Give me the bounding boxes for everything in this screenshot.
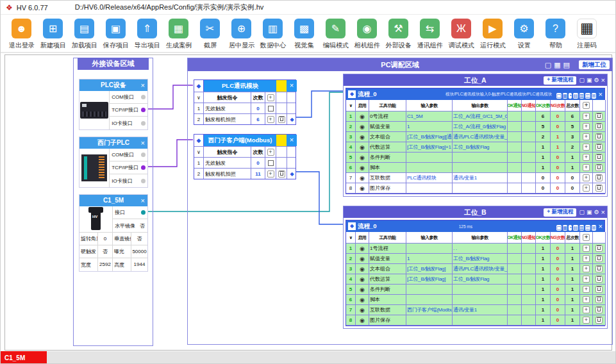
close-icon[interactable]: × — [141, 79, 145, 91]
close-station-icon[interactable]: × — [601, 76, 605, 84]
delete-row-button[interactable] — [595, 133, 603, 140]
tool-name-cell[interactable]: 代数运算 — [369, 274, 406, 285]
enable-eye-icon[interactable]: ◉ — [360, 297, 365, 303]
output-param-cell[interactable]: 工位_B/触发Flag — [453, 254, 508, 264]
toolbar-item-save-project[interactable]: ▣保存项目 — [100, 19, 131, 50]
input-param-cell[interactable] — [406, 285, 453, 295]
tool-name-cell[interactable]: 赋值变量 — [369, 122, 406, 132]
command-cell[interactable]: 触发相机拍照 — [204, 114, 251, 124]
input-param-cell[interactable]: [工位_B/触发Flag][通讯/变量1] — [406, 132, 453, 142]
toolbar-item-run-mode[interactable]: ▶运行模式 — [477, 19, 508, 50]
link-diamond[interactable]: ◆ — [194, 135, 204, 146]
grid-flow-icon[interactable]: ▦ — [563, 93, 568, 99]
output-param-cell[interactable] — [453, 163, 508, 173]
fullscreen-icon[interactable]: ▢ — [579, 209, 585, 215]
toolbar-item-debug-mode[interactable]: Ж调试模式 — [445, 19, 477, 50]
device-port[interactable]: TCP/IP接口 — [110, 161, 147, 174]
close-flow-icon[interactable]: × — [599, 222, 603, 230]
tool-name-cell[interactable]: 1号流程 — [369, 244, 406, 254]
close-icon[interactable]: × — [287, 80, 297, 92]
tool-name-cell[interactable]: 互联数据 — [369, 305, 406, 315]
add-row-button[interactable]: + — [583, 296, 590, 303]
toolbar-item-generate-case[interactable]: ▦生成案例 — [163, 19, 194, 50]
command-cell[interactable]: 触发相机拍照 — [204, 169, 251, 179]
enable-eye-icon[interactable]: ◉ — [360, 245, 365, 252]
enable-eye-icon[interactable]: ◉ — [360, 276, 365, 283]
add-row-button[interactable]: + — [267, 170, 274, 178]
enable-eye-icon[interactable]: ◉ — [360, 185, 365, 192]
delete-row-button[interactable] — [278, 170, 285, 178]
fit-view-icon[interactable]: ▢ — [545, 61, 551, 69]
tile-view-icon[interactable]: ▦ — [554, 61, 560, 69]
enable-eye-icon[interactable]: ◉ — [360, 307, 365, 313]
command-cell[interactable]: 无效触发 — [204, 158, 251, 168]
add-row-button[interactable]: + — [583, 306, 590, 313]
save-station-icon[interactable]: ▣ — [587, 77, 592, 83]
port-dot[interactable] — [141, 179, 146, 183]
add-tool-button[interactable]: + — [583, 102, 590, 109]
status-color-cell[interactable] — [276, 80, 287, 92]
input-param-cell[interactable]: 1 — [406, 122, 453, 132]
output-param-cell[interactable]: 通讯/PLC通讯模块/变量_1 — [453, 264, 508, 274]
export-flow-icon[interactable]: ▤ — [573, 225, 578, 231]
port-dot[interactable] — [141, 121, 146, 126]
device-port[interactable]: TCP/IP接口 — [110, 104, 147, 117]
output-param-cell[interactable]: 通讯/变量1 — [453, 305, 508, 315]
toolbar-item-vision-set[interactable]: ▩视觉集 — [288, 19, 320, 50]
output-param-cell[interactable]: 工位_A/流程_0/C1_5M_0号流程_ — [453, 112, 508, 122]
select-all-check[interactable]: ∨ — [194, 92, 204, 103]
delete-row-button[interactable] — [595, 276, 603, 283]
toolbar-item-edit-mode[interactable]: ✎编辑模式 — [320, 19, 351, 50]
toolbar-item-logout[interactable]: ☻退出登录 — [6, 19, 37, 50]
copy-flow-icon[interactable]: ◫ — [585, 225, 590, 231]
import-flow-icon[interactable]: ▥ — [579, 93, 585, 99]
enable-eye-icon[interactable]: ◉ — [360, 175, 365, 181]
save-layout-icon[interactable]: ▤ — [563, 61, 570, 69]
device-port[interactable]: IO卡接口 — [110, 174, 147, 187]
toolbar-item-qr-code[interactable]: ▦注册码 — [571, 19, 603, 50]
input-param-cell[interactable] — [406, 295, 453, 305]
input-param-cell[interactable]: [工位_B/触发Flag] — [406, 264, 453, 274]
tool-name-cell[interactable]: 互联数据 — [369, 173, 406, 183]
copy-flow-icon[interactable]: ◫ — [585, 93, 590, 99]
delete-row-button[interactable] — [595, 255, 603, 262]
device-port[interactable]: IO卡接口 — [110, 117, 147, 129]
tool-name-cell[interactable]: 条件判断 — [369, 285, 406, 295]
enable-eye-icon[interactable]: ◉ — [360, 134, 365, 140]
enable-eye-icon[interactable]: ◉ — [360, 124, 365, 130]
toolbar-item-new-project[interactable]: ⊞新建项目 — [37, 19, 69, 50]
add-row-button[interactable]: + — [583, 164, 590, 171]
new-flow-button[interactable]: + 新增流程 — [544, 208, 576, 217]
close-icon[interactable]: × — [287, 135, 297, 146]
delete-row-button[interactable] — [595, 174, 603, 181]
enable-eye-icon[interactable]: ◉ — [360, 266, 365, 272]
flow-name[interactable]: 流程_0 — [358, 90, 377, 99]
save-station-icon[interactable]: ▣ — [587, 209, 592, 215]
input-param-cell[interactable]: 1 — [406, 254, 453, 264]
output-param-cell[interactable] — [453, 153, 508, 163]
link-diamond[interactable]: ◆ — [194, 80, 204, 92]
new-station-button[interactable]: 新增工位 — [579, 60, 610, 69]
enable-eye-icon[interactable]: ◉ — [360, 154, 365, 161]
close-icon[interactable]: × — [141, 195, 145, 206]
input-param-cell[interactable] — [406, 183, 453, 194]
toolbar-item-data-center[interactable]: ▥数据中心 — [257, 19, 288, 50]
delete-row-button[interactable] — [595, 286, 603, 293]
tool-name-cell[interactable]: 图片保存 — [369, 183, 406, 194]
fullscreen-icon[interactable]: ▢ — [579, 77, 585, 83]
delete-row-button[interactable] — [595, 164, 603, 171]
grid-flow-icon[interactable]: ▦ — [563, 225, 568, 231]
add-row-button[interactable]: + — [583, 154, 590, 161]
command-checkbox[interactable] — [268, 106, 274, 112]
paste-flow-icon[interactable]: ⊞ — [592, 93, 596, 99]
delete-row-button[interactable] — [595, 123, 603, 130]
flow-name[interactable]: 流程_0 — [358, 222, 377, 231]
enable-eye-icon[interactable]: ◉ — [360, 317, 365, 324]
input-param-cell[interactable] — [406, 315, 453, 326]
close-icon[interactable]: × — [141, 137, 145, 149]
delete-row-button[interactable] — [595, 245, 603, 252]
tool-name-cell[interactable]: 条件判断 — [369, 153, 406, 163]
toolbar-item-comm-component[interactable]: ⇆通讯组件 — [414, 19, 445, 50]
select-all-check[interactable]: ∨ — [194, 147, 204, 157]
output-param-cell[interactable] — [453, 183, 508, 194]
